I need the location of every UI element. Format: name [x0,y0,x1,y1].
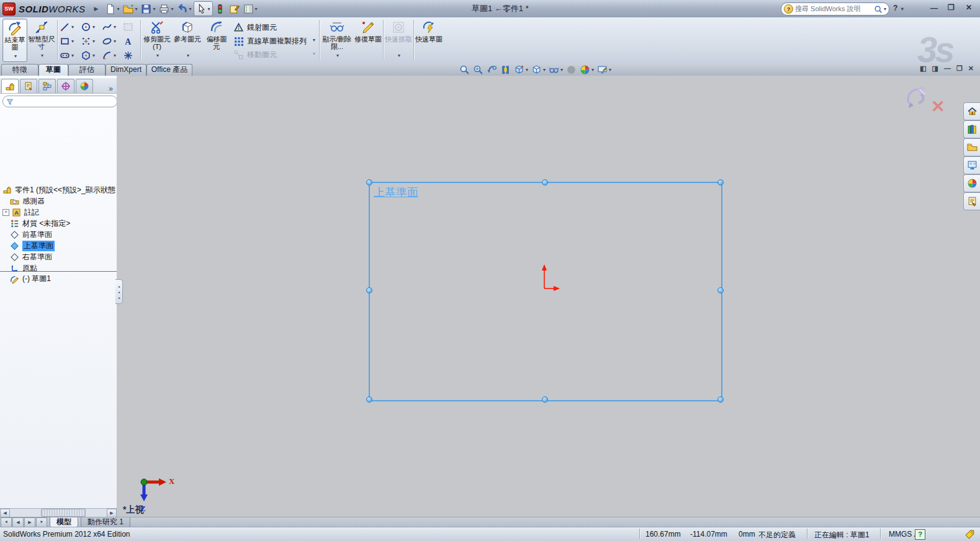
previous-view-button[interactable] [487,65,497,75]
graphics-viewport[interactable]: ✕ 上基準面 X Z *上視 [117,76,980,517]
plane-handle-top-left[interactable] [366,179,372,186]
tree-item-origin[interactable]: 原點 [2,262,37,274]
view-orientation-button[interactable]: ▾ [514,65,528,75]
minimize-button[interactable]: — [927,4,941,12]
spline-dropdown-icon[interactable]: ▾ [114,24,116,30]
hide-show-dropdown-icon[interactable]: ▾ [560,67,563,73]
tree-horizontal-scrollbar[interactable]: ◀ ▶ [0,508,117,517]
view-settings-dropdown-icon[interactable]: ▾ [609,67,611,73]
dimxpert-manager-tab[interactable] [57,79,74,93]
plane-handle-mid-left[interactable] [366,287,372,293]
close-button[interactable]: ✕ [963,3,975,12]
pattern-dropdown-icon[interactable]: ▾ [92,38,95,44]
tree-item-sketch1[interactable]: (-) 草圖1 [2,273,51,284]
display-style-dropdown-icon[interactable]: ▾ [543,67,546,73]
tab-dimxpert[interactable]: DimXpert [106,64,146,76]
tree-filter-input[interactable] [2,96,117,107]
circle-tool-button[interactable]: ▾ [81,20,101,34]
quick-snaps-button[interactable]: 快速抓取 ▾ [385,19,412,61]
restore-button[interactable]: ❐ [945,3,958,12]
expand-plus-icon[interactable]: + [2,209,9,216]
polygon-tool-button[interactable]: ▾ [81,48,101,62]
custom-properties-tab[interactable] [963,192,980,210]
scroll-left-button[interactable]: ◀ [0,509,10,517]
unit-system-selector[interactable]: MMGS ▴ [889,530,917,539]
menu-flyout-arrow[interactable]: ▶ [94,6,99,12]
edit-appearance-button[interactable] [566,65,577,75]
tab-evaluate[interactable]: 評估 [68,64,106,76]
exit-sketch-button[interactable]: 結束草圖 ▾ [2,19,27,62]
search-input[interactable]: ? 搜尋 SolidWorks 說明 ▾ [781,2,889,16]
line-tool-button[interactable]: ▾ [60,20,80,34]
status-help-button[interactable]: ? [915,529,925,540]
file-explorer-tab[interactable] [963,138,980,156]
zoom-area-button[interactable] [473,65,483,75]
save-button[interactable]: ▾ [139,2,157,16]
rapid-sketch-button[interactable]: 快速草圖 [415,19,443,61]
slot-tool-button[interactable]: ▾ [60,48,80,62]
options-dropdown-icon[interactable]: ▾ [255,6,258,12]
help-menu-button[interactable]: ? ▾ [890,4,907,12]
tree-item-annotations[interactable]: + A 註記 [2,207,39,218]
plane-handle-mid-right[interactable] [717,287,724,293]
trim-dropdown-icon[interactable]: ▾ [156,52,159,60]
tag-icon[interactable] [964,529,975,540]
polygon-dropdown-icon[interactable]: ▾ [92,53,95,58]
viewport-close-button[interactable]: ✕ [968,65,974,73]
next-tab-button[interactable]: ▶ [24,517,35,527]
viewport-restore-button[interactable]: ❐ [956,65,963,73]
tab-office-products[interactable]: Office 產品 [146,64,192,76]
select-dropdown-icon[interactable]: ▾ [208,6,210,12]
arc-tool-button[interactable]: ▾ [102,48,122,62]
save-dropdown-icon[interactable]: ▾ [153,6,155,12]
task-pane-home-tab[interactable] [963,102,980,120]
smart-dimension-button[interactable]: 智慧型尺寸 ▾ [28,19,55,61]
sketch-pattern-tool-button[interactable]: ▾ [81,34,101,48]
display-delete-relations-button[interactable]: 顯示/刪除限... ▾ [322,19,352,61]
plane-handle-bottom-left[interactable] [366,396,372,403]
options-button[interactable]: ▾ [241,2,259,16]
ellipse-tool-button[interactable]: ▾ [102,34,122,48]
apply-scene-dropdown-icon[interactable]: ▾ [591,67,594,73]
view-settings-button[interactable]: ▾ [597,65,611,75]
design-library-tab[interactable] [963,120,980,138]
display-relations-dropdown-icon[interactable]: ▾ [336,52,339,60]
tree-item-top-plane[interactable]: 上基準面 [2,240,55,251]
tab-features[interactable]: 特徵 [1,64,38,76]
confirmation-corner-sketch-icon[interactable] [904,84,930,112]
file-properties-button[interactable] [227,2,241,16]
move-entities-button[interactable]: 移動圖元 [233,48,277,61]
slot-dropdown-icon[interactable]: ▾ [71,53,74,58]
display-manager-tab[interactable] [76,79,93,93]
panel-overflow-button[interactable]: » [109,84,113,93]
linear-sketch-pattern-button[interactable]: 直線草圖複製排列 [233,35,307,48]
prev-tab-button[interactable]: ◀ [12,517,24,527]
undo-button[interactable]: ▾ [176,2,194,16]
tree-item-material[interactable]: 材質 <未指定> [2,218,70,229]
circle-dropdown-icon[interactable]: ▾ [92,24,95,30]
spline-tool-button[interactable]: ▾ [102,20,122,34]
model-tab[interactable]: 模型 [50,517,78,527]
smart-dimension-dropdown-icon[interactable]: ▾ [41,52,43,60]
undo-dropdown-icon[interactable]: ▾ [189,6,192,12]
rollback-bar[interactable] [0,271,117,272]
plane-handle-bottom-mid[interactable] [542,396,548,403]
panel-splitter-handle[interactable]: ◂◂◂ [115,279,123,304]
pane-right-button[interactable]: ◨ [932,65,938,73]
line-dropdown-icon[interactable]: ▾ [71,24,74,30]
search-dropdown-icon[interactable]: ▾ [884,6,886,12]
view-palette-tab[interactable] [963,156,980,174]
offset-entities-button[interactable]: 偏移圖元 [204,19,230,61]
scrollbar-thumb[interactable] [41,509,86,517]
convert-entities-button[interactable]: 參考圖元 ▾ [174,19,201,61]
view-orientation-dropdown-icon[interactable]: ▾ [526,67,528,73]
exit-sketch-dropdown-icon[interactable]: ▾ [14,53,17,60]
zoom-fit-button[interactable] [459,65,470,75]
select-tool-button[interactable]: ▾ [194,1,213,16]
new-dropdown-icon[interactable]: ▾ [117,6,119,12]
last-tab-button[interactable]: ⯈ [36,517,47,527]
pane-left-button[interactable]: ◧ [920,65,926,73]
tab-sketch[interactable]: 草圖 [38,64,68,76]
plane-handle-top-mid[interactable] [542,179,548,186]
mirror-entities-button[interactable]: 鏡射圖元 [233,21,277,34]
